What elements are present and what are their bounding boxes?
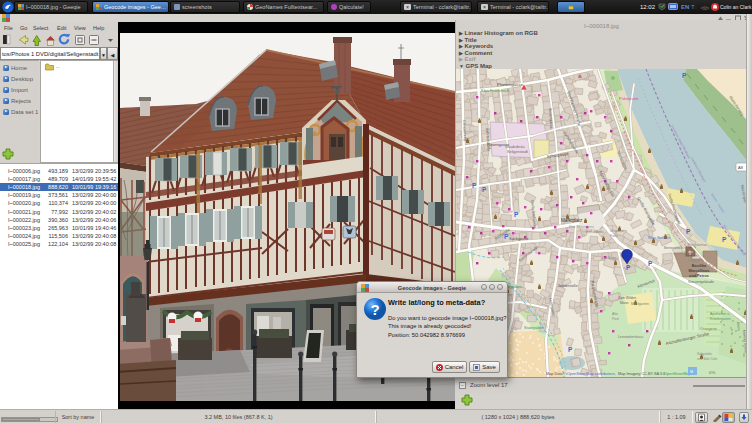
svg-text:Map Data: Map Data [546, 372, 563, 376]
svg-text:Einhardhaus: Einhardhaus [586, 230, 604, 234]
svg-text:P: P [682, 72, 687, 79]
svg-text:Pfortengasse: Pfortengasse [497, 82, 523, 87]
svg-text:P: P [626, 264, 631, 271]
svg-text:Prälatur: Prälatur [688, 259, 700, 263]
svg-text:und Sole Cafe: und Sole Cafe [697, 357, 717, 361]
svg-text:Orangerie: Orangerie [700, 327, 717, 331]
svg-text:Marktplatz: Marktplatz [561, 218, 583, 223]
svg-text:Konventgebäude: Konventgebäude [688, 280, 714, 284]
svg-text:P: P [648, 260, 653, 267]
svg-text:Mann: Mann [620, 301, 629, 305]
svg-text:Klaa Sjelemdame: Klaa Sjelemdame [569, 225, 594, 229]
svg-text:P: P [472, 182, 477, 189]
svg-text:Post: Post [612, 317, 619, 321]
svg-text:Zum Wilden: Zum Wilden [618, 296, 636, 300]
svg-text:Glaabsbräu: Glaabsbräu [505, 145, 525, 149]
svg-text:und Petrus: und Petrus [689, 274, 709, 278]
svg-text:P: P [568, 346, 573, 353]
svg-text:Sackgasse: Sackgasse [509, 236, 529, 241]
svg-text:0%: 0% [709, 370, 715, 375]
svg-text:Fraha: Fraha [610, 234, 618, 238]
svg-text:Pittersdamse: Pittersdamse [688, 243, 707, 247]
svg-text:P: P [482, 186, 487, 193]
svg-text:OpenStreetMap: OpenStreetMap [664, 372, 691, 376]
svg-text:Kräutergarten: Kräutergarten [710, 317, 731, 321]
svg-text:Ritter-Brunnen: Ritter-Brunnen [648, 236, 670, 240]
svg-text:Map Imagery CC-BY-SA 3.0: Map Imagery CC-BY-SA 3.0 [618, 372, 665, 376]
svg-text:?: ? [370, 301, 379, 318]
svg-text:M: M [690, 370, 693, 374]
svg-text:Deich: Deich [736, 322, 741, 331]
svg-text:P: P [514, 211, 519, 218]
svg-text:Apotheken u.: Apotheken u. [710, 312, 730, 316]
svg-text:Marcellinus: Marcellinus [689, 269, 710, 273]
svg-text:Klaa Fränkreich: Klaa Fränkreich [481, 88, 509, 93]
svg-text:Basilika: Basilika [692, 264, 707, 268]
svg-text:Seligenstadt: Seligenstadt [507, 150, 529, 154]
svg-text:Leinewebershaus: Leinewebershaus [618, 335, 643, 339]
svg-text:A8: A8 [738, 165, 744, 170]
svg-text:Bienenstock: Bienenstock [664, 246, 683, 250]
svg-text:Seligstätte: Seligstätte [697, 352, 712, 356]
svg-text:P: P [686, 228, 691, 235]
svg-text:Pulverturm: Pulverturm [619, 96, 639, 101]
svg-text:Zur Nixen: Zur Nixen [602, 256, 616, 260]
svg-text:© OpenStreetMap contributors,: © OpenStreetMap contributors, [563, 372, 616, 376]
svg-text:Alte: Alte [612, 312, 618, 316]
svg-text:Jakobstraße: Jakobstraße [558, 284, 578, 288]
svg-text:Mühlgarten: Mühlgarten [631, 302, 649, 306]
svg-text:P: P [722, 236, 727, 243]
svg-text:Stadtgraben: Stadtgraben [524, 326, 544, 330]
svg-text:Untwasset: Untwasset [610, 229, 625, 233]
